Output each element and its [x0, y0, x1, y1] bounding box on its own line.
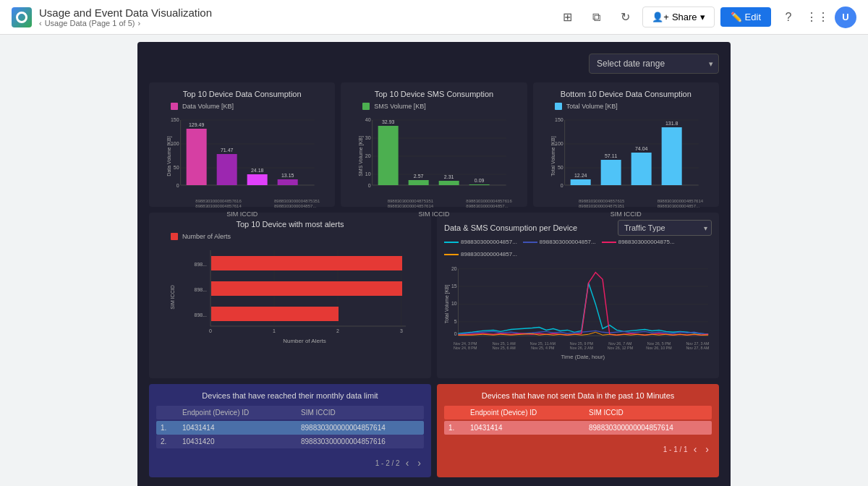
nd-row1-id: 10431414	[470, 424, 589, 432]
row1-id: 10431414	[182, 424, 301, 432]
legend-color-top-data	[171, 103, 178, 110]
svg-text:131.8: 131.8	[665, 121, 678, 126]
edit-button[interactable]: ✏️ Edit	[720, 7, 771, 27]
next-page-no-data[interactable]: ›	[702, 442, 712, 456]
share-button[interactable]: 👤+ Share ▾	[642, 7, 714, 27]
next-page-monthly[interactable]: ›	[414, 456, 424, 470]
svg-text:SMS Volume [KB]: SMS Volume [KB]	[358, 136, 364, 176]
avatar[interactable]: U	[835, 7, 856, 28]
svg-text:71.47: 71.47	[221, 148, 234, 153]
legend-top-sms: SMS Volume [KB]	[348, 103, 519, 110]
h-bar-svg: SIM ICCID 0 1 2 3 898...	[156, 243, 424, 344]
header-left: Usage and Event Data Visualization ‹ Usa…	[12, 7, 212, 27]
traffic-type-select[interactable]: Traffic Type	[618, 220, 712, 236]
pagination-no-data: 1 - 1 / 1 ‹ ›	[444, 439, 712, 456]
svg-text:Nov 25, 6 AM: Nov 25, 6 AM	[493, 346, 516, 350]
app-title: Usage and Event Data Visualization	[39, 7, 212, 19]
line-chart-legend: 8988303000004857... 8988303000004857... …	[444, 239, 712, 257]
pagination-text-no-data: 1 - 1 / 1	[663, 446, 688, 453]
x-label-1: 89883030000048576168988303000004857614	[195, 199, 224, 209]
line-chart-svg: 20 15 10 5 0 Total Volume [KB]	[444, 260, 712, 369]
bar-chart-svg-bottom-data: 150 100 50 0 12.24 57.11	[540, 113, 712, 200]
legend-label-bottom-data: Total Volume [KB]	[566, 103, 618, 110]
nd-row1-iccid: 898830300000004857614	[589, 424, 707, 432]
nd-row1-num: 1.	[448, 424, 470, 432]
apps-icon-button[interactable]: ⋮⋮	[806, 6, 829, 29]
row2-num: 2.	[161, 438, 182, 446]
legend-color-series-1	[444, 242, 459, 243]
svg-text:898...: 898...	[194, 312, 207, 317]
bar-chart-bottom-data: 150 100 50 0 12.24 57.11	[540, 113, 712, 200]
svg-text:Nov 25, 4 PM: Nov 25, 4 PM	[531, 346, 555, 350]
legend-label-alerts: Number of Alerts	[182, 233, 231, 240]
h-bar-chart-area: SIM ICCID 0 1 2 3 898...	[156, 243, 424, 346]
svg-text:10: 10	[365, 171, 371, 176]
table-row-monthly-2: 2. 10431420 898830300000004857616	[156, 435, 424, 448]
svg-rect-35	[469, 184, 490, 185]
x-labels-bottom-data: 89883030000048576158988303000004875351 8…	[540, 199, 712, 209]
prev-page-monthly[interactable]: ‹	[403, 456, 412, 470]
share-dropdown-icon: ▾	[700, 12, 705, 22]
legend-label-series-3: 8988303000004875...	[618, 239, 675, 245]
logo-icon	[16, 12, 27, 23]
date-range-select[interactable]: Select date range	[589, 54, 719, 74]
refresh-icon-button[interactable]: ↻	[613, 6, 637, 29]
legend-series-1: 8988303000004857...	[444, 239, 517, 245]
chart-title-bottom-data: Bottom 10 Device Data Consumption	[540, 90, 712, 98]
panel-top-device-data: Top 10 Device Data Consumption Data Volu…	[149, 82, 335, 207]
x-labels-top-sms: 89883030000048753518988303000004857614 8…	[348, 199, 519, 209]
svg-text:Nov 26, 2 AM: Nov 26, 2 AM	[570, 346, 594, 350]
panel-most-alerts: Top 10 Device with most alerts Number of…	[149, 213, 431, 378]
table-title-monthly: Devices that have reached their monthly …	[156, 391, 424, 400]
panel-data-sms: Data & SMS Consumption per Device Traffi…	[437, 213, 719, 378]
svg-text:Number of Alerts: Number of Alerts	[283, 338, 326, 344]
chart-title-top-sms: Top 10 Device SMS Consumption	[348, 90, 519, 98]
svg-text:2.31: 2.31	[444, 174, 454, 179]
svg-rect-33	[439, 181, 459, 185]
x-title-bottom-data: SIM ICCID	[540, 210, 712, 218]
prev-page-no-data[interactable]: ‹	[691, 442, 700, 456]
help-icon-button[interactable]: ?	[777, 6, 800, 29]
row1-iccid: 898830300000004857614	[301, 424, 420, 432]
app-header: Usage and Event Data Visualization ‹ Usa…	[0, 0, 868, 35]
svg-text:100: 100	[555, 141, 563, 146]
date-range-row: Select date range	[149, 54, 719, 74]
traffic-type-wrapper: Traffic Type	[618, 220, 712, 236]
table-header-monthly: Endpoint (Device) ID SIM ICCID	[156, 406, 424, 419]
svg-rect-71	[211, 307, 339, 321]
legend-label-top-sms: SMS Volume [KB]	[374, 103, 426, 110]
share-label: Share	[672, 12, 697, 22]
panel-no-data: Devices that have not sent Data in the p…	[437, 384, 719, 477]
svg-text:0: 0	[209, 328, 212, 333]
svg-text:129.49: 129.49	[189, 122, 205, 127]
share-icon: 👤+	[652, 12, 669, 22]
svg-text:Time (Date, hour): Time (Date, hour)	[561, 354, 605, 360]
svg-text:0: 0	[560, 183, 563, 188]
table-header-no-data: Endpoint (Device) ID SIM ICCID	[444, 406, 712, 419]
app-logo	[12, 7, 32, 27]
svg-rect-47	[570, 179, 590, 185]
x-label-bot-1: 89883030000048576158988303000004875351	[579, 199, 609, 209]
legend-series-3: 8988303000004875...	[602, 239, 675, 245]
svg-rect-49	[600, 160, 621, 185]
legend-color-alerts	[171, 233, 178, 240]
copy-icon-button[interactable]: ⧉	[584, 6, 608, 29]
table-row-monthly-1: 1. 10431414 898830300000004857614	[156, 421, 424, 435]
x-title-top-sms: SIM ICCID	[348, 210, 519, 218]
panel-monthly-limit: Devices that have reached their monthly …	[149, 384, 431, 477]
bar-chart-svg-top-data: 150 100 50 0 129.49 71.47	[156, 113, 328, 200]
svg-text:32.93: 32.93	[382, 119, 395, 124]
dashboard-canvas: Select date range Top 10 Device Data Con…	[137, 42, 731, 486]
row2-id: 10431420	[182, 438, 301, 446]
svg-text:150: 150	[555, 117, 563, 122]
breadcrumb-text[interactable]: Usage Data (Page 1 of 5)	[45, 19, 135, 27]
grid-icon-button[interactable]: ⊞	[556, 6, 579, 29]
svg-text:150: 150	[171, 117, 179, 122]
svg-text:Total Volume [KB]: Total Volume [KB]	[550, 136, 556, 176]
x-label-sms-1: 89883030000048753518988303000004857614	[388, 199, 417, 209]
svg-text:Nov 27, 8 AM: Nov 27, 8 AM	[686, 346, 710, 350]
sms-header-row: Data & SMS Consumption per Device Traffi…	[444, 220, 712, 236]
svg-text:74.04: 74.04	[635, 146, 648, 151]
svg-text:5: 5	[454, 319, 457, 324]
svg-text:100: 100	[171, 141, 179, 146]
